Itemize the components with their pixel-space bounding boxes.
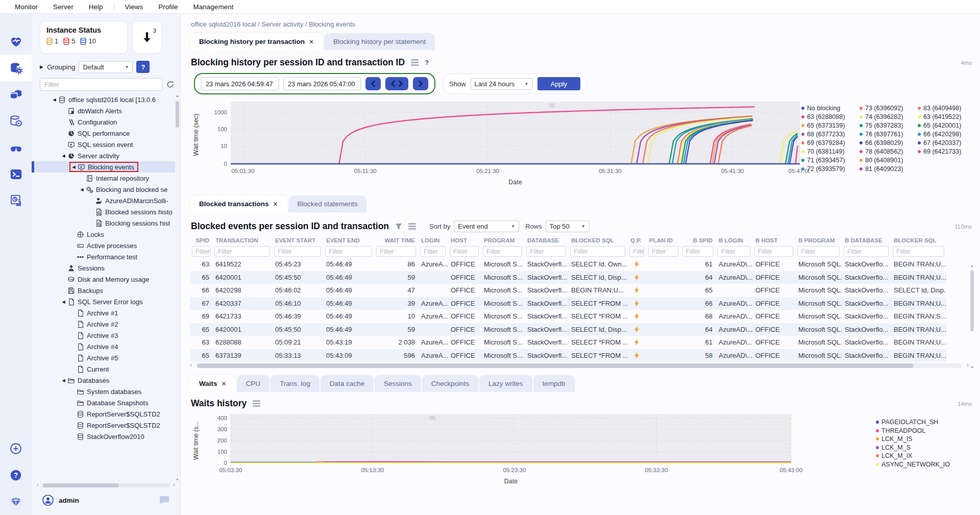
waits-chart-svg[interactable]: 05:03:3005:13:3005:23:3005:33:3005:43:00…: [190, 411, 810, 487]
scroll-up-icon[interactable]: ▲: [969, 264, 975, 267]
tree-expander-icon[interactable]: ◀: [70, 165, 77, 169]
column-header-blocker-sql[interactable]: BLOCKER SQL: [891, 235, 946, 245]
column-header-b-login[interactable]: B LOGIN: [716, 235, 752, 245]
rows-select[interactable]: Top 50▼: [546, 220, 590, 232]
legend-item[interactable]: 75 (6397283): [860, 121, 914, 130]
rail-activity-monitor-button[interactable]: [0, 108, 32, 134]
filter-input-program[interactable]: Filter: [483, 246, 522, 257]
column-header-b-program[interactable]: B PROGRAM: [795, 235, 842, 245]
tab-cpu[interactable]: CPU: [237, 375, 270, 392]
legend-item[interactable]: 66 (6420298): [918, 130, 972, 138]
tree-expander-icon[interactable]: ◀: [60, 300, 67, 304]
legend-item[interactable]: 81 (6409023): [860, 164, 914, 173]
tree-item-database-snapshots[interactable]: Database Snapshots: [32, 397, 175, 408]
tree-item-dbwatch-alerts[interactable]: dbWatch Alerts: [32, 105, 175, 116]
filter-input-b-login[interactable]: Filter: [718, 246, 750, 257]
legend-item[interactable]: 63 (6288088): [801, 112, 855, 121]
tree-item-internal-repository[interactable]: Internal repository: [32, 173, 175, 184]
column-header-b-host[interactable]: B HOST: [752, 235, 795, 245]
step-forward-button[interactable]: [413, 77, 428, 90]
rail-discover-button[interactable]: [0, 134, 32, 161]
scroll-right-icon[interactable]: ›: [173, 481, 175, 487]
menu-server[interactable]: Server: [45, 3, 81, 11]
tree-item-office-sqlstd2016-local-13-0-6[interactable]: ◀office sqlstd2016 local [13.0.6: [32, 94, 175, 105]
tab-lazy-writes[interactable]: Lazy writes: [479, 375, 532, 392]
table-row[interactable]: 65637313905:33:1305:43:09596AzureA...OFF…: [190, 349, 975, 362]
apply-button[interactable]: Apply: [537, 77, 581, 90]
tree-horizontal-scrollbar[interactable]: ‹ ›: [37, 482, 175, 488]
tree-expander-icon[interactable]: ◀: [51, 97, 58, 102]
tab-data-cache[interactable]: Data cache: [321, 375, 374, 392]
table-row[interactable]: 65642000105:45:5005:46:4959OFFICEMicroso…: [190, 271, 975, 284]
legend-item[interactable]: 80 (6408901): [860, 156, 914, 164]
rail-terminal-button[interactable]: [0, 161, 32, 187]
legend-item[interactable]: LCK_M_IX: [876, 452, 972, 460]
menu-profile[interactable]: Profile: [151, 3, 185, 11]
column-header-spid[interactable]: SPID: [190, 235, 212, 245]
column-header-event-end[interactable]: EVENT END: [323, 235, 374, 245]
tree-item-sql-performance[interactable]: SQL performance: [32, 128, 175, 139]
filter-input-host[interactable]: Filter: [450, 246, 479, 257]
tree-item-system-databases[interactable]: System databases: [32, 386, 175, 397]
legend-item[interactable]: 78 (6408562): [860, 147, 914, 156]
legend-item[interactable]: 68 (6377233): [801, 130, 855, 138]
filter-input-event-end[interactable]: Filter: [325, 246, 372, 257]
tree-expander-icon[interactable]: ◀: [60, 378, 67, 383]
step-back-button[interactable]: [365, 77, 381, 90]
filter-input-plan-id[interactable]: Filter: [648, 246, 678, 257]
legend-item[interactable]: 76 (6397761): [860, 130, 914, 138]
tree-item-current[interactable]: Current: [32, 363, 175, 375]
rail-help-button[interactable]: [0, 462, 32, 488]
column-header-b-spid[interactable]: B SPID: [680, 235, 716, 245]
tree-item-sessions[interactable]: Sessions: [32, 262, 175, 274]
table-row[interactable]: 69642173305:46:3905:46:4910AzureA...OFFI…: [190, 310, 975, 323]
blocking-chart-svg[interactable]: 05:01:3005:11:3005:21:3005:31:3005:41:30…: [190, 97, 810, 192]
column-header-host[interactable]: HOST: [448, 235, 481, 245]
rail-worksheets-button[interactable]: [0, 187, 32, 214]
tab-checkpoints[interactable]: Checkpoints: [422, 375, 478, 392]
chat-icon[interactable]: [158, 494, 171, 506]
tab-sessions[interactable]: Sessions: [375, 375, 421, 392]
breadcrumb[interactable]: office sqlstd2016 local / Server activit…: [190, 14, 975, 33]
tab-trans-log[interactable]: Trans. log: [271, 375, 320, 392]
grouping-expander-icon[interactable]: ▶: [40, 64, 43, 69]
filter-input-b-program[interactable]: Filter: [797, 246, 840, 257]
tree-item-databases[interactable]: ◀Databases: [32, 375, 175, 386]
tree-expander-icon[interactable]: ◀: [79, 187, 85, 192]
legend-item[interactable]: 69 (6379284): [801, 138, 855, 147]
legend-item[interactable]: 67 (6420337): [918, 138, 972, 147]
refresh-icon[interactable]: [166, 81, 174, 88]
filter-input-b-host[interactable]: Filter: [754, 246, 793, 257]
scroll-down-icon[interactable]: ▼: [175, 478, 180, 481]
column-header-transaction[interactable]: TRANSACTION: [212, 235, 272, 245]
query-plan-icon[interactable]: [634, 274, 640, 281]
rail-monitoring-button[interactable]: [0, 28, 32, 55]
menu-management[interactable]: Management: [186, 3, 241, 11]
tree-item-performance-test[interactable]: Performance test: [32, 251, 175, 262]
menu-views[interactable]: Views: [117, 3, 151, 11]
legend-item[interactable]: 72 (6393579): [801, 164, 855, 173]
tree-item-locks[interactable]: Locks: [32, 229, 175, 240]
legend-item[interactable]: No blocking: [801, 104, 855, 112]
scroll-right-icon[interactable]: ›: [967, 361, 969, 369]
query-plan-icon[interactable]: [634, 300, 640, 307]
instance-status-card[interactable]: Instance Status 1 5 10: [40, 21, 128, 54]
legend-item[interactable]: 83 (6409498): [918, 104, 972, 112]
query-plan-icon[interactable]: [634, 326, 640, 333]
column-header-program[interactable]: PROGRAM: [481, 235, 524, 245]
legend-item[interactable]: 65 (6373139): [801, 121, 855, 130]
filter-input-blocker-sql[interactable]: Filter: [893, 246, 944, 257]
tab-close-icon[interactable]: ✕: [222, 380, 227, 387]
table-vertical-scrollbar[interactable]: ▲ ▼: [969, 264, 975, 369]
date-to-input[interactable]: [283, 77, 361, 90]
tab-blocked-transactions[interactable]: Blocked transactions✕: [190, 195, 287, 212]
query-plan-icon[interactable]: [634, 287, 640, 293]
table-row[interactable]: 66642029805:46:0205:46:4947OFFICEMicroso…: [190, 284, 975, 297]
help-icon[interactable]: ?: [425, 59, 429, 66]
tree-item-stackoverflow2010[interactable]: StackOverflow2010: [32, 431, 175, 442]
menu-icon[interactable]: [408, 223, 416, 230]
scroll-left-icon[interactable]: ‹: [37, 481, 39, 487]
tree-item-reportserver-sqlstd2[interactable]: ReportServer$SQLSTD2: [32, 408, 175, 420]
sort-by-select[interactable]: Event end▼: [454, 220, 519, 232]
filter-input-spid[interactable]: Filter: [192, 246, 210, 257]
